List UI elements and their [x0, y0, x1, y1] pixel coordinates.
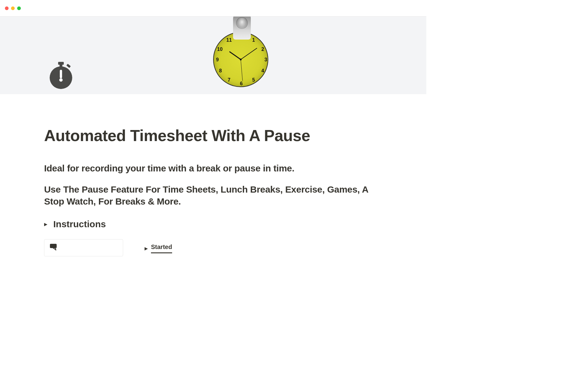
- svg-rect-7: [53, 247, 54, 249]
- page-title: Automated Timesheet With A Pause: [44, 126, 382, 145]
- minimize-button[interactable]: [11, 6, 15, 10]
- svg-rect-2: [66, 64, 71, 68]
- window-titlebar: [0, 0, 426, 17]
- clock-second-hand: [241, 59, 243, 81]
- hand-image: [216, 17, 265, 46]
- clock-hour-3: 3: [263, 57, 269, 63]
- window-controls: [5, 6, 21, 10]
- page-subtitle-1: Ideal for recording your time with a bre…: [44, 163, 382, 174]
- clock-hour-10: 10: [217, 47, 223, 52]
- svg-rect-4: [60, 70, 62, 79]
- clock-hour-hand: [229, 51, 241, 60]
- clock-hour-4: 4: [260, 68, 266, 74]
- clock-hour-9: 9: [214, 57, 221, 63]
- svg-rect-6: [50, 244, 57, 248]
- triangle-right-icon: ▶: [44, 222, 50, 227]
- started-tab-label: Started: [151, 243, 172, 253]
- clock-hour-8: 8: [217, 68, 224, 74]
- clock-hour-6: 6: [238, 81, 244, 86]
- started-tab[interactable]: ▶ Started: [145, 243, 172, 253]
- page-subtitle-2: Use The Pause Feature For Time Sheets, L…: [44, 183, 375, 207]
- clock-hour-5: 5: [251, 77, 257, 83]
- callout-box[interactable]: [44, 239, 123, 256]
- svg-point-5: [59, 78, 62, 82]
- page-icon-stopwatch[interactable]: [47, 61, 75, 91]
- clock-hour-2: 2: [260, 47, 266, 52]
- close-button[interactable]: [5, 6, 9, 10]
- clock-hour-7: 7: [226, 77, 232, 83]
- instructions-label: Instructions: [53, 219, 106, 229]
- maximize-button[interactable]: [17, 6, 21, 10]
- page-content: Automated Timesheet With A Pause Ideal f…: [0, 94, 426, 256]
- instructions-toggle[interactable]: ▶ Instructions: [44, 219, 382, 229]
- bottom-section: ▶ Started: [44, 239, 382, 256]
- clock-minute-hand: [240, 48, 257, 60]
- stopwatch-icon: [47, 61, 75, 90]
- clock-center-pin: [240, 59, 242, 60]
- triangle-right-icon: ▶: [145, 246, 148, 251]
- pointer-click-icon: [49, 243, 58, 252]
- finger-thumb: [233, 17, 251, 40]
